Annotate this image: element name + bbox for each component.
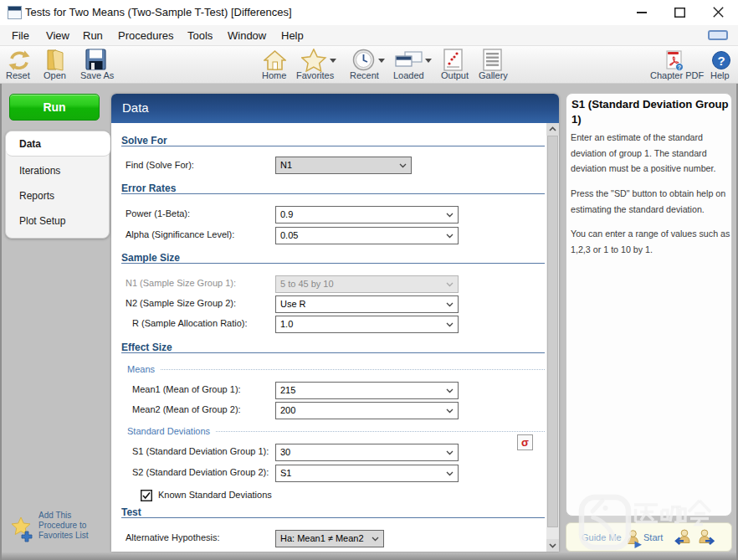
svg-text:?: ? xyxy=(717,54,725,68)
svg-text:?: ? xyxy=(678,64,681,70)
